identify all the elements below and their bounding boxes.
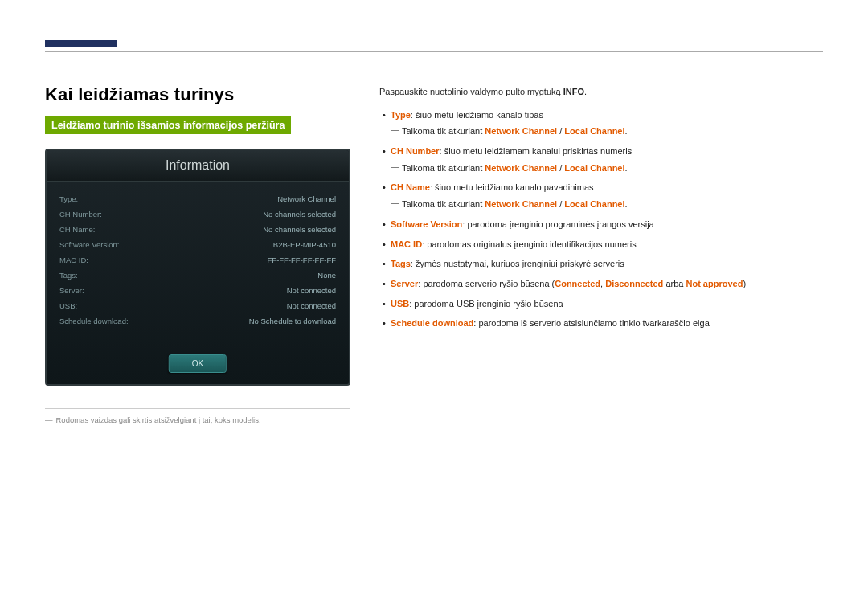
- key-usb: USB: [391, 299, 409, 309]
- info-label: Schedule download:: [59, 317, 129, 325]
- info-label: Tags:: [59, 271, 78, 280]
- right-column: Paspauskite nuotolinio valdymo pulto myg…: [379, 84, 823, 336]
- info-label: CH Name:: [59, 225, 95, 234]
- info-value: No channels selected: [263, 225, 336, 234]
- info-label: USB:: [59, 301, 77, 310]
- intro-line: Paspauskite nuotolinio valdymo pulto myg…: [379, 84, 823, 100]
- rest-chnum: : šiuo metu leidžiamam kanalui priskirta…: [440, 146, 633, 156]
- bullet-type: Type: šiuo metu leidžiamo kanalo tipas T…: [379, 108, 823, 139]
- bullet-software: Software Version: parodoma įrenginio pro…: [379, 217, 823, 232]
- bullet-usb: USB: parodoma USB įrenginio ryšio būsena: [379, 296, 823, 312]
- rest-sched: : parodoma iš serverio atsisiunčiamo tin…: [473, 318, 709, 328]
- note-lc: Local Channel: [564, 163, 624, 173]
- information-window: Information Type:Network Channel CH Numb…: [45, 149, 350, 386]
- intro-bold: INFO: [563, 87, 584, 96]
- note-suffix: .: [625, 126, 628, 136]
- key-sw: Software Version: [391, 219, 462, 229]
- info-bullet-list: Type: šiuo metu leidžiamo kanalo tipas T…: [379, 108, 823, 331]
- left-column: Kai leidžiamas turinys Leidžiamo turinio…: [45, 84, 350, 424]
- info-value: None: [317, 271, 336, 280]
- key-chnum: CH Number: [391, 146, 440, 156]
- rest-tags: : žymės nustatymai, kuriuos įrenginiui p…: [411, 259, 624, 268]
- info-label: MAC ID:: [59, 255, 88, 264]
- intro-prefix: Paspauskite nuotolinio valdymo pulto myg…: [379, 87, 563, 96]
- key-mac: MAC ID: [391, 239, 422, 249]
- note-chnum: Taikoma tik atkuriant Network Channel / …: [391, 161, 823, 176]
- note-type: Taikoma tik atkuriant Network Channel / …: [391, 124, 823, 139]
- rest-mac: : parodomas originalus įrenginio identif…: [422, 239, 637, 249]
- info-row: MAC ID:FF-FF-FF-FF-FF-FF: [59, 252, 336, 268]
- server-notapproved: Not approved: [686, 279, 743, 288]
- info-value: Not connected: [287, 301, 336, 310]
- key-sched: Schedule download: [391, 318, 473, 328]
- info-label: Type:: [59, 194, 78, 203]
- top-divider: [45, 51, 823, 52]
- info-label: CH Number:: [59, 210, 102, 219]
- footnote-dash: ―: [45, 415, 53, 424]
- info-row: CH Number:No channels selected: [59, 206, 336, 222]
- accent-bar: [45, 40, 117, 47]
- server-connected: Connected: [555, 279, 600, 288]
- ok-button[interactable]: OK: [169, 354, 227, 373]
- bullet-macid: MAC ID: parodomas originalus įrenginio i…: [379, 237, 823, 252]
- info-row: Tags:None: [59, 268, 336, 283]
- info-row: Software Version:B2B-EP-MIP-4510: [59, 237, 336, 252]
- info-value: Not connected: [287, 286, 336, 295]
- intro-suffix: .: [584, 87, 587, 96]
- info-row: Schedule download:No Schedule to downloa…: [59, 313, 336, 329]
- note-suffix: .: [625, 163, 628, 173]
- key-type: Type: [391, 110, 411, 120]
- section-title: Leidžiamo turinio išsamios informacijos …: [45, 116, 291, 134]
- key-server: Server: [391, 279, 418, 288]
- note-nc: Network Channel: [485, 126, 557, 136]
- server-c2: arba: [663, 279, 686, 288]
- note-lc: Local Channel: [564, 126, 624, 136]
- info-value: No Schedule to download: [249, 317, 336, 325]
- rest-sw: : parodoma įrenginio programinės įrangos…: [462, 219, 653, 229]
- bullet-server: Server: parodoma serverio ryšio būsena (…: [379, 276, 823, 292]
- info-label: Software Version:: [59, 240, 119, 249]
- footnote: ―Rodomas vaizdas gali skirtis atsižvelgi…: [45, 415, 350, 424]
- note-nc: Network Channel: [485, 163, 557, 173]
- note-nc: Network Channel: [485, 199, 557, 209]
- content-wrap: Kai leidžiamas turinys Leidžiamo turinio…: [45, 84, 823, 424]
- info-value: Network Channel: [277, 194, 336, 203]
- info-value: B2B-EP-MIP-4510: [273, 240, 336, 249]
- rest-server-a: : parodoma serverio ryšio būsena (: [418, 279, 555, 288]
- info-value: FF-FF-FF-FF-FF-FF: [268, 255, 336, 264]
- note-sep: /: [557, 163, 564, 173]
- page-title: Kai leidžiamas turinys: [45, 84, 350, 105]
- key-chname: CH Name: [391, 182, 430, 192]
- server-disconnected: Disconnected: [605, 279, 663, 288]
- note-suffix: .: [625, 199, 628, 209]
- info-label: Server:: [59, 286, 84, 295]
- rest-type: : šiuo metu leidžiamo kanalo tipas: [411, 110, 543, 120]
- rest-chname: : šiuo metu leidžiamo kanalo pavadinimas: [430, 182, 594, 192]
- footnote-separator: [45, 408, 350, 409]
- note-lc: Local Channel: [564, 199, 624, 209]
- bullet-schedule: Schedule download: parodoma iš serverio …: [379, 316, 823, 331]
- window-title: Information: [47, 150, 349, 182]
- note-prefix: Taikoma tik atkuriant: [402, 199, 485, 209]
- info-row: Type:Network Channel: [59, 191, 336, 206]
- note-prefix: Taikoma tik atkuriant: [402, 163, 485, 173]
- info-value: No channels selected: [263, 210, 336, 219]
- info-row: USB:Not connected: [59, 298, 336, 313]
- bullet-chname: CH Name: šiuo metu leidžiamo kanalo pava…: [379, 180, 823, 211]
- server-c3: ): [743, 279, 746, 288]
- note-chname: Taikoma tik atkuriant Network Channel / …: [391, 197, 823, 212]
- rest-usb: : parodoma USB įrenginio ryšio būsena: [409, 299, 563, 309]
- note-sep: /: [557, 199, 564, 209]
- bullet-chnumber: CH Number: šiuo metu leidžiamam kanalui …: [379, 144, 823, 175]
- bullet-tags: Tags: žymės nustatymai, kuriuos įrengini…: [379, 256, 823, 272]
- note-sep: /: [557, 126, 564, 136]
- footnote-text: Rodomas vaizdas gali skirtis atsižvelgia…: [56, 415, 261, 424]
- note-prefix: Taikoma tik atkuriant: [402, 126, 485, 136]
- key-tags: Tags: [391, 259, 411, 268]
- info-list: Type:Network Channel CH Number:No channe…: [47, 182, 349, 329]
- info-row: CH Name:No channels selected: [59, 222, 336, 237]
- info-row: Server:Not connected: [59, 283, 336, 298]
